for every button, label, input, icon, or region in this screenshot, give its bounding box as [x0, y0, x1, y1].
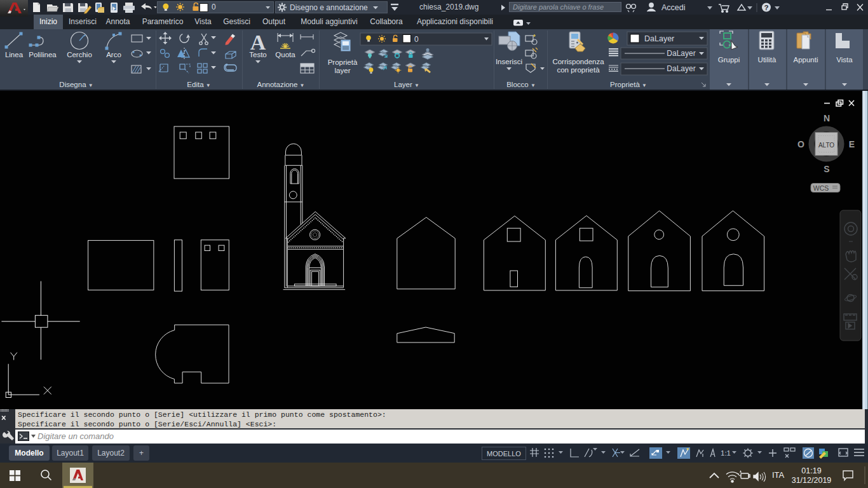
svg-text:Vista: Vista [836, 56, 853, 64]
svg-text:0: 0 [414, 35, 419, 44]
svg-text:Corrispondenza: Corrispondenza [552, 58, 604, 65]
svg-text:ALTO: ALTO [818, 142, 834, 149]
svg-text:Linea: Linea [5, 51, 24, 58]
svg-text:0: 0 [212, 3, 216, 11]
svg-text:DaLayer: DaLayer [667, 49, 695, 58]
svg-text:Utilità: Utilità [758, 56, 776, 64]
svg-text:Polilinea: Polilinea [29, 51, 57, 58]
svg-text:WCS: WCS [813, 184, 829, 192]
svg-text:?: ? [764, 4, 768, 11]
svg-text:01:19: 01:19 [801, 466, 821, 475]
svg-text:Gruppi: Gruppi [718, 56, 740, 64]
svg-text:N: N [824, 113, 830, 123]
svg-text:ITA: ITA [772, 470, 785, 480]
svg-text:Testo: Testo [249, 51, 267, 58]
svg-text:Proprietà: Proprietà [328, 58, 358, 66]
svg-text:31/12/2019: 31/12/2019 [792, 476, 832, 485]
svg-text:S: S [824, 164, 829, 174]
svg-text:con proprietà: con proprietà [557, 66, 600, 74]
svg-text:Quota: Quota [275, 51, 295, 58]
svg-text:Accedi: Accedi [661, 3, 686, 12]
svg-text:E: E [849, 139, 855, 149]
svg-text:Arco: Arco [106, 51, 121, 58]
svg-text:DaLayer: DaLayer [644, 34, 674, 43]
svg-text:Inserisci: Inserisci [496, 58, 522, 65]
svg-text:Cerchio: Cerchio [67, 51, 92, 58]
svg-text:1:1: 1:1 [721, 449, 731, 457]
svg-text:layer: layer [335, 67, 351, 74]
svg-text:DaLayer: DaLayer [667, 64, 695, 73]
svg-text:O: O [797, 139, 804, 149]
svg-text:Appunti: Appunti [793, 56, 818, 64]
